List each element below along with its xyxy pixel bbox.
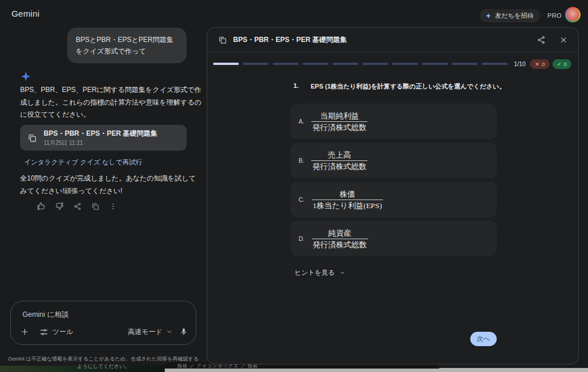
tools-label: ツール [52,327,74,337]
formula-denominator: 発行済株式総数 [311,121,368,133]
avatar-image [566,8,579,21]
formula-numerator: 売上高 [311,149,368,160]
model-mode-selector[interactable]: 高速モード [127,327,173,337]
x-icon: ✕ [535,61,539,67]
quiz-option-b[interactable]: B. 売上高 発行済株式総数 [291,143,497,178]
invite-friends-button[interactable]: 友だちを招待 [479,9,540,22]
wrong-count-badge: ✕ 0 [530,59,549,69]
artifact-copy-icon [28,133,37,143]
check-icon: ✓ [557,61,562,67]
mic-button[interactable] [180,328,188,336]
option-formula: 株価 1株当たり利益(EPS) [312,189,384,211]
chevron-down-icon [339,270,346,276]
formula-denominator: 発行済株式総数 [312,239,369,250]
gemini-app: 投稿 ／ アイコンボックス ／ 投稿 Gemini 友だちを招待 PRO BPS… [0,0,588,372]
quiz-option-d[interactable]: D. 純資産 発行済株式総数 [291,221,497,256]
progress-segment [362,63,388,65]
response-intro-text: BPS、PBR、EPS、PERに関する問題集をクイズ形式で作成しました。これらの… [20,84,203,121]
disclaimer-text: Gemini は不正確な情報を表示することがあるため、生成された回答を再確認する… [7,355,200,370]
progress-segment [392,63,418,65]
progress-segment [452,63,478,65]
thumbs-down-button[interactable] [55,202,64,210]
invite-friends-label: 友だちを招待 [495,11,533,20]
formula-denominator: 1株当たり利益(EPS) [312,200,384,211]
share-button[interactable] [74,202,82,210]
quiz-artifact-card[interactable]: BPS・PBR・EPS・PER 基礎問題集 11月25日 11:21 [20,125,187,151]
add-attachment-button[interactable] [20,327,29,336]
copy-button[interactable] [91,202,99,210]
progress-label: 1/10 [514,60,525,67]
option-letter: A. [299,118,304,125]
wrong-count: 0 [541,61,544,67]
mode-label: 高速モード [127,327,163,337]
formula-denominator: 発行済株式総数 [311,160,368,172]
progress-segment [332,63,358,65]
thumbs-up-button[interactable] [37,202,45,210]
chevron-down-icon [166,328,173,335]
quiz-option-c[interactable]: C. 株価 1株当たり利益(EPS) [291,182,497,217]
option-formula: 純資産 発行済株式総数 [312,228,369,250]
option-formula: 売上高 発行済株式総数 [311,149,368,172]
sparkle-icon [485,13,492,19]
progress-segment [422,63,448,65]
more-options-button[interactable] [109,202,117,210]
formula-numerator: 当期純利益 [311,110,368,121]
avatar[interactable] [565,7,581,22]
prompt-input[interactable] [22,308,183,321]
quiz-close-button[interactable] [560,36,567,44]
correct-count: 0 [564,61,567,67]
progress-segment [273,63,299,65]
prompt-composer: ツール 高速モード [10,301,196,345]
hint-label: ヒントを見る [295,269,335,277]
gemini-logo: Gemini [11,9,40,18]
tune-icon [40,328,48,336]
question-text: EPS (1株当たり利益)を計算する際の正しい公式を選んでください。 [311,82,505,91]
question-number: 1. [293,82,299,89]
response-outro-text: 全10問のクイズが完成しました。あなたの知識を試してみてください!頑張ってくださ… [20,172,203,197]
progress-segment [303,63,328,65]
gemini-sparkle-icon [21,71,31,82]
quiz-panel: BPS・PBR・EPS・PER 基礎問題集 1/10 [207,27,579,365]
formula-numerator: 純資産 [312,228,369,239]
show-hint-button[interactable]: ヒントを見る [295,269,346,277]
next-question-button[interactable]: 次へ [470,332,497,346]
tools-button[interactable]: ツール [40,327,74,337]
correct-count-badge: ✓ 0 [552,59,571,69]
quiz-doc-icon [218,36,227,44]
option-letter: B. [299,157,304,164]
artifact-timestamp: 11月25日 11:21 [44,139,157,147]
response-actions [37,202,117,210]
quiz-title: BPS・PBR・EPS・PER 基礎問題集 [233,35,347,45]
option-letter: C. [299,196,305,203]
progress-segment [482,63,508,65]
progress-segment [243,63,269,65]
quiz-panel-header: BPS・PBR・EPS・PER 基礎問題集 [207,28,578,52]
quiz-progress-bar: 1/10 ✕ 0 ✓ 0 [213,59,574,69]
formula-numerator: 株価 [312,189,384,200]
quiz-share-button[interactable] [537,36,546,44]
option-formula: 当期純利益 発行済株式総数 [311,110,368,133]
plan-badge: PRO [547,12,562,19]
progress-segment [213,63,239,65]
artifact-title: BPS・PBR・EPS・PER 基礎問題集 [44,129,157,138]
quiz-option-a[interactable]: A. 当期純利益 発行済株式総数 [291,103,497,139]
option-letter: D. [299,235,305,242]
user-message-bubble: BPSとPBR・EPSとPER問題集をクイズ形式で作って [67,28,187,63]
retry-without-quiz-link[interactable]: インタラクティブ クイズ なしで再試行 [24,158,142,167]
